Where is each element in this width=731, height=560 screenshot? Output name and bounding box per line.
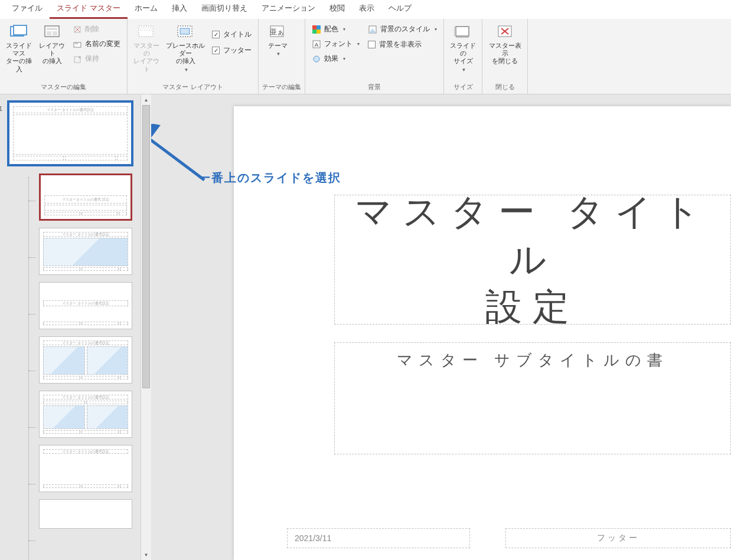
group-layout-label: マスター レイアウト (131, 81, 254, 94)
chevron-down-icon: ▾ (435, 27, 437, 32)
thumb-layout-7[interactable] (39, 499, 132, 529)
scroll-up-button[interactable]: ▲ (141, 94, 151, 105)
footer-text: フッター (597, 533, 639, 543)
group-close-label: 閉じる (486, 81, 524, 94)
svg-text:亜ぁ: 亜ぁ (270, 28, 284, 36)
svg-rect-9 (74, 42, 81, 47)
svg-rect-21 (312, 30, 316, 34)
title-checkbox[interactable]: ✓ (212, 31, 220, 38)
insert-layout-button[interactable]: レイアウト の挿入 (37, 21, 67, 68)
thumb-layout-3[interactable]: マスター タイトルの書式設定 (39, 282, 132, 329)
rename-button[interactable]: 名前の変更 (70, 37, 123, 51)
hide-bg-checkbox[interactable] (368, 41, 376, 48)
insert-placeholder-label: プレースホルダー の挿入 (165, 42, 205, 66)
close-master-button[interactable]: マスター表示 を閉じる (486, 21, 524, 68)
svg-rect-1 (14, 25, 27, 35)
chevron-down-icon: ▼ (184, 67, 189, 73)
group-edit-label: マスターの編集 (4, 81, 123, 94)
tab-help[interactable]: ヘルプ (381, 0, 419, 19)
thumb-layout-5-title: マスター タイトルの書式設定 (43, 395, 128, 399)
bg-styles-label: 背景のスタイル (380, 24, 430, 34)
tab-animation[interactable]: アニメーション (254, 0, 322, 19)
ribbon-group-close: マスター表示 を閉じる 閉じる (482, 19, 528, 94)
title-checkbox-row[interactable]: ✓ タイトル (209, 27, 254, 42)
chevron-down-icon: ▾ (343, 27, 345, 32)
delete-icon (73, 25, 82, 34)
title-line1: マスター タイトル (335, 195, 730, 283)
slide-size-label: スライドの サイズ (449, 42, 477, 66)
tab-transition[interactable]: 画面切り替え (194, 0, 254, 19)
thumb-layout-2[interactable]: マスター タイトルの書式設定 (39, 228, 132, 275)
close-master-label: マスター表示 を閉じる (487, 42, 523, 66)
thumb-master-number: 1 (0, 105, 2, 112)
thumb-layout-4[interactable]: マスター タイトルの書式設定 (39, 336, 132, 384)
delete-button: 削除 (70, 22, 123, 36)
footer-placeholder[interactable]: フッター (505, 528, 731, 548)
thumbnail-scrollbar[interactable]: ▲ ▼ (141, 94, 151, 560)
thumb-layout-6-title: マスター タイトルの書式設定 (43, 449, 128, 454)
rename-label: 名前の変更 (85, 39, 120, 49)
tab-insert[interactable]: 挿入 (165, 0, 194, 19)
slide-size-button[interactable]: スライドの サイズ ▼ (448, 21, 478, 75)
content-area: 1 マスター タイトルの書式設定 マスタータイトルの書式 設定 (0, 94, 731, 560)
master-layout-button: マスターの レイアウト (131, 21, 162, 76)
scrollbar-thumb[interactable] (142, 105, 150, 388)
insert-placeholder-button[interactable]: プレースホルダー の挿入 ▼ (164, 21, 207, 75)
tree-tick (28, 427, 35, 428)
thumbnail-list: 1 マスター タイトルの書式設定 マスタータイトルの書式 設定 (0, 94, 141, 560)
thumb-master-body (13, 114, 128, 155)
tab-slide-master[interactable]: スライド マスター (50, 0, 128, 19)
colors-button[interactable]: 配色 ▾ (309, 22, 363, 36)
tab-view[interactable]: 表示 (352, 0, 381, 19)
master-layout-label: マスターの レイアウト (132, 42, 161, 73)
annotation-text: 一番上のスライドを選択 (198, 170, 341, 186)
thumb-layout-1-sub (44, 205, 127, 211)
svg-text:A: A (315, 42, 318, 48)
svg-rect-27 (456, 27, 469, 36)
colors-icon (312, 25, 321, 34)
thumb-slide-master[interactable]: 1 マスター タイトルの書式設定 (7, 100, 133, 166)
title-checkbox-label: タイトル (223, 30, 252, 40)
footer-checkbox[interactable]: ✓ (212, 47, 220, 54)
group-size-label: サイズ (448, 81, 478, 94)
svg-rect-16 (180, 28, 190, 34)
svg-rect-22 (316, 30, 321, 34)
editor-area: マスター タイトル 設定 マスター サブタイトルの書 2021/3/11 フッタ… (151, 94, 731, 560)
insert-slide-master-button[interactable]: スライド マス ターの挿入 (4, 21, 34, 76)
fonts-button[interactable]: A フォント ▾ (309, 37, 363, 51)
themes-button[interactable]: 亜ぁ テーマ ▼ (262, 21, 293, 60)
insert-slide-master-label: スライド マス ターの挿入 (5, 42, 33, 73)
tab-file[interactable]: ファイル (5, 0, 50, 19)
bg-styles-button[interactable]: 背景のスタイル ▾ (365, 22, 440, 36)
tab-home[interactable]: ホーム (128, 0, 165, 19)
subtitle-placeholder[interactable]: マスター サブタイトルの書 (334, 342, 731, 454)
thumb-layout-5[interactable]: マスター タイトルの書式設定 (39, 391, 132, 438)
svg-rect-3 (47, 28, 57, 30)
chevron-down-icon: ▼ (276, 51, 281, 57)
hide-bg-row[interactable]: 背景を非表示 (365, 37, 440, 52)
themes-icon: 亜ぁ (267, 24, 288, 40)
bg-styles-icon (368, 25, 377, 34)
fonts-label: フォント (324, 39, 353, 49)
thumb-layout-5-body (43, 405, 128, 429)
ribbon-group-theme: 亜ぁ テーマ ▼ テーマの編集 (259, 19, 305, 94)
tab-review[interactable]: 校閲 (322, 0, 352, 19)
svg-rect-20 (316, 25, 321, 30)
footer-checkbox-row[interactable]: ✓ フッター (209, 43, 254, 58)
date-placeholder[interactable]: 2021/3/11 (287, 528, 470, 548)
svg-rect-5 (53, 31, 57, 35)
thumb-layout-6[interactable]: マスター タイトルの書式設定 (39, 445, 132, 492)
themes-label: テーマ (268, 42, 288, 50)
thumb-layout-4-title: マスター タイトルの書式設定 (43, 340, 128, 345)
subtitle-text: マスター サブタイトルの書 (397, 350, 668, 371)
scroll-down-button[interactable]: ▼ (141, 549, 151, 560)
rename-icon (73, 40, 82, 49)
svg-rect-19 (312, 25, 316, 30)
preserve-button: 保持 (70, 52, 123, 66)
effects-button[interactable]: 効果 ▾ (309, 52, 363, 66)
thumb-layout-1[interactable]: マスタータイトルの書式 設定 (39, 173, 132, 221)
ribbon: スライド マス ターの挿入 レイアウト の挿入 削除 (0, 19, 731, 94)
title-line2: 設定 (485, 283, 580, 325)
title-placeholder[interactable]: マスター タイトル 設定 (334, 195, 731, 325)
tree-line (28, 177, 29, 560)
